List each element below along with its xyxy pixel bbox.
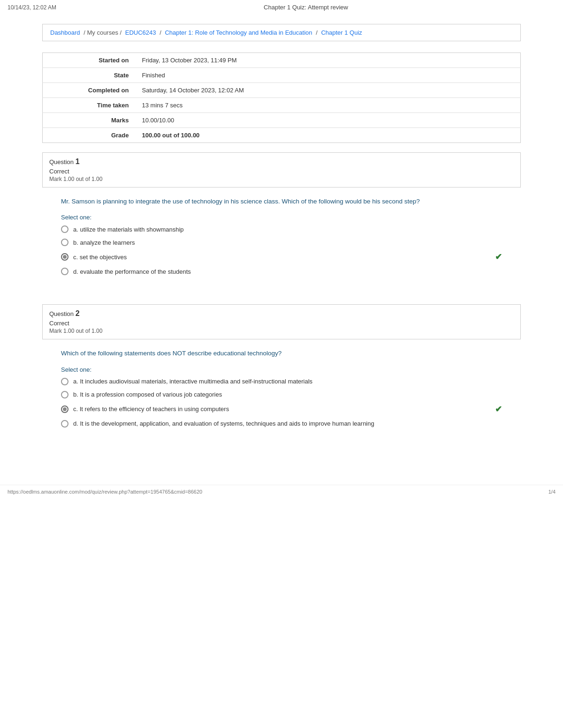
question-number-2: Question 2 xyxy=(49,309,514,318)
timestamp: 10/14/23, 12:02 AM xyxy=(8,4,56,11)
radio-1-c xyxy=(61,253,68,261)
summary-row-grade: Grade 100.00 out of 100.00 xyxy=(43,128,521,143)
summary-row-time: Time taken 13 mins 7 secs xyxy=(43,98,521,113)
question-text-2: Which of the following statements does N… xyxy=(61,349,502,358)
radio-1-b xyxy=(61,239,68,246)
breadcrumb-dashboard[interactable]: Dashboard xyxy=(50,29,80,36)
grade-value: 100.00 out of 100.00 xyxy=(137,128,521,143)
option-text-2-d: d. It is the development, application, a… xyxy=(73,420,374,427)
question-status-1: Correct xyxy=(49,168,514,175)
option-2-d: d. It is the development, application, a… xyxy=(61,420,502,428)
summary-table: Started on Friday, 13 October 2023, 11:4… xyxy=(42,53,521,143)
summary-row-started: Started on Friday, 13 October 2023, 11:4… xyxy=(43,53,521,68)
completed-on-label: Completed on xyxy=(43,83,137,98)
option-text-1-d: d. evaluate the performance of the stude… xyxy=(73,268,191,275)
select-label-2: Select one: xyxy=(61,366,502,373)
question-body-1: Mr. Samson is planning to integrate the … xyxy=(42,188,521,295)
page-header: 10/14/23, 12:02 AM Chapter 1 Quiz: Attem… xyxy=(0,0,563,15)
option-2-b: b. It is a profession composed of variou… xyxy=(61,391,502,398)
time-taken-value: 13 mins 7 secs xyxy=(137,98,521,113)
radio-2-c xyxy=(61,405,68,413)
question-number-1: Question 1 xyxy=(49,158,514,166)
option-1-b: b. analyze the learners xyxy=(61,239,502,246)
breadcrumb-quiz[interactable]: Chapter 1 Quiz xyxy=(321,29,362,36)
summary-row-state: State Finished xyxy=(43,68,521,83)
questions-container: Question 1 Correct Mark 1.00 out of 1.00… xyxy=(42,152,521,447)
select-label-1: Select one: xyxy=(61,214,502,221)
summary-row-completed: Completed on Saturday, 14 October 2023, … xyxy=(43,83,521,98)
page-footer: https://oedlms.amauonline.com/mod/quiz/r… xyxy=(0,485,563,498)
page-title: Chapter 1 Quiz: Attempt review xyxy=(264,4,348,11)
completed-on-value: Saturday, 14 October 2023, 12:02 AM xyxy=(137,83,521,98)
radio-2-d xyxy=(61,420,68,428)
main-content: Dashboard / My courses / EDUC6243 / Chap… xyxy=(23,15,540,466)
option-1-a: a. utilize the materials with showmanshi… xyxy=(61,225,502,233)
started-on-label: Started on xyxy=(43,53,137,68)
radio-1-d xyxy=(61,268,68,275)
option-1-c: c. set the objectives✔ xyxy=(61,252,502,262)
footer-url: https://oedlms.amauonline.com/mod/quiz/r… xyxy=(8,489,202,495)
option-2-c: c. It refers to the efficiency of teache… xyxy=(61,404,502,414)
option-text-1-a: a. utilize the materials with showmanshi… xyxy=(73,226,184,233)
question-status-2: Correct xyxy=(49,320,514,327)
option-2-a: a. It includes audiovisual materials, in… xyxy=(61,378,502,385)
grade-label: Grade xyxy=(43,128,137,143)
question-text-1: Mr. Samson is planning to integrate the … xyxy=(61,197,502,206)
correct-check-icon: ✔ xyxy=(495,404,502,414)
time-taken-label: Time taken xyxy=(43,98,137,113)
radio-2-a xyxy=(61,378,68,385)
radio-1-a xyxy=(61,225,68,233)
breadcrumb-course[interactable]: EDUC6243 xyxy=(125,29,156,36)
breadcrumb: Dashboard / My courses / EDUC6243 / Chap… xyxy=(42,24,521,41)
summary-row-marks: Marks 10.00/10.00 xyxy=(43,113,521,128)
option-text-1-c: c. set the objectives xyxy=(73,254,127,261)
option-1-d: d. evaluate the performance of the stude… xyxy=(61,268,502,275)
option-text-2-c: c. It refers to the efficiency of teache… xyxy=(73,405,229,413)
question-header-2: Question 2 Correct Mark 1.00 out of 1.00 xyxy=(42,304,521,339)
marks-label: Marks xyxy=(43,113,137,128)
option-text-2-a: a. It includes audiovisual materials, in… xyxy=(73,378,312,385)
question-body-2: Which of the following statements does N… xyxy=(42,339,521,447)
option-text-1-b: b. analyze the learners xyxy=(73,239,135,246)
question-mark-2: Mark 1.00 out of 1.00 xyxy=(49,328,514,334)
question-header-1: Question 1 Correct Mark 1.00 out of 1.00 xyxy=(42,152,521,188)
state-value: Finished xyxy=(137,68,521,83)
question-mark-1: Mark 1.00 out of 1.00 xyxy=(49,176,514,182)
correct-check-icon: ✔ xyxy=(495,252,502,262)
marks-value: 10.00/10.00 xyxy=(137,113,521,128)
state-label: State xyxy=(43,68,137,83)
breadcrumb-chapter[interactable]: Chapter 1: Role of Technology and Media … xyxy=(165,29,312,36)
option-text-2-b: b. It is a profession composed of variou… xyxy=(73,391,222,398)
started-on-value: Friday, 13 October 2023, 11:49 PM xyxy=(137,53,521,68)
footer-page: 1/4 xyxy=(548,489,555,495)
radio-2-b xyxy=(61,391,68,398)
